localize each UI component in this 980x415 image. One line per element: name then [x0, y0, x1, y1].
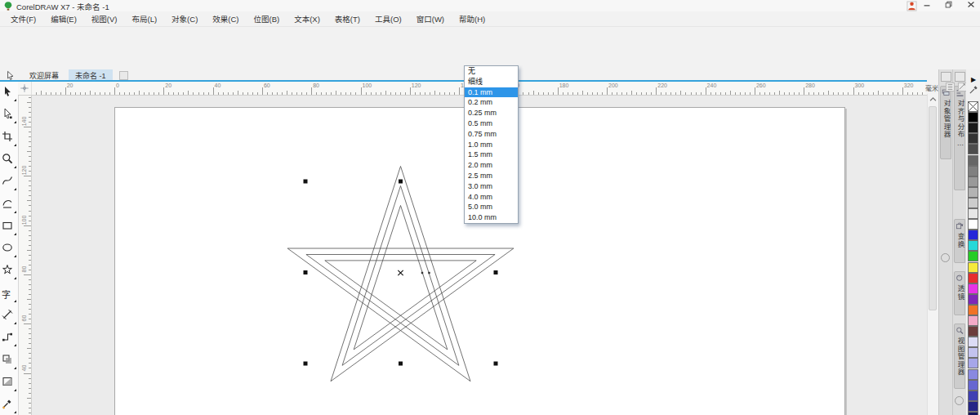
restore-button[interactable]: [943, 0, 961, 11]
outline-width-option-2[interactable]: 0.1 mm: [465, 87, 518, 98]
color-swatch[interactable]: [968, 208, 978, 219]
docker-tab-0[interactable]: 对象管理器: [940, 86, 951, 159]
color-swatch[interactable]: [968, 155, 978, 166]
color-swatch[interactable]: [968, 390, 978, 401]
ruler-origin-button[interactable]: [18, 82, 32, 96]
outline-width-option-8[interactable]: 1.5 mm: [465, 149, 518, 160]
ruler-tick: [316, 92, 317, 95]
color-swatch[interactable]: [968, 273, 978, 283]
sign-in-user-icon[interactable]: [906, 1, 917, 11]
close-button[interactable]: [965, 0, 980, 11]
zoom-tool[interactable]: [2, 153, 16, 169]
menu-item-10[interactable]: 窗口(W): [409, 11, 452, 26]
polygon-tool[interactable]: [2, 264, 16, 280]
color-swatch[interactable]: [968, 187, 978, 198]
outline-width-option-9[interactable]: 2.0 mm: [465, 160, 518, 171]
color-swatch[interactable]: [968, 315, 978, 326]
menu-item-1[interactable]: 编辑(E): [43, 11, 84, 26]
outline-width-option-3[interactable]: 0.2 mm: [465, 97, 518, 108]
color-swatch[interactable]: [968, 219, 978, 230]
color-swatch[interactable]: [968, 133, 978, 144]
color-swatch[interactable]: [968, 337, 978, 347]
vertical-ruler[interactable]: 140120100806040: [18, 95, 32, 415]
outline-width-option-0[interactable]: 无: [465, 66, 518, 77]
docker-collapse-icon[interactable]: [941, 253, 950, 262]
color-swatch[interactable]: [968, 326, 978, 337]
ruler-settings-icon[interactable]: [945, 82, 956, 92]
dimension-tool[interactable]: [2, 309, 16, 325]
color-swatch[interactable]: [968, 294, 978, 305]
outline-width-option-6[interactable]: 0.75 mm: [465, 129, 518, 140]
color-swatch[interactable]: [968, 240, 978, 251]
ruler-tick: [29, 265, 31, 266]
transparency-tool[interactable]: [2, 376, 16, 392]
menu-item-2[interactable]: 视图(V): [84, 11, 125, 26]
color-swatch[interactable]: [968, 176, 978, 187]
color-swatch[interactable]: [968, 123, 978, 133]
artistic-media-tool[interactable]: [2, 198, 16, 214]
docker-strip-top-icon[interactable]: [941, 72, 951, 82]
menu-item-3[interactable]: 布局(L): [124, 11, 164, 26]
vertical-scrollbar[interactable]: [927, 94, 938, 415]
color-eyedropper-tool[interactable]: [2, 398, 16, 414]
color-swatch[interactable]: [968, 262, 978, 273]
document-tab-1[interactable]: 未命名 -1: [69, 69, 113, 81]
color-swatch-none[interactable]: [968, 101, 978, 112]
docker-collapse-icon[interactable]: [955, 396, 964, 405]
color-swatch[interactable]: [968, 251, 978, 261]
outline-width-option-14[interactable]: 10.0 mm: [465, 212, 518, 223]
menu-item-5[interactable]: 效果(C): [205, 11, 246, 26]
crop-tool[interactable]: [2, 131, 16, 147]
menu-item-4[interactable]: 对象(C): [164, 11, 205, 26]
shape-tool[interactable]: [2, 108, 16, 124]
color-swatch[interactable]: [968, 166, 978, 176]
outline-width-option-7[interactable]: 1.0 mm: [465, 140, 518, 150]
minimize-button[interactable]: [921, 0, 939, 11]
docker-tab-0[interactable]: 对齐与分布…: [954, 86, 965, 190]
docker-strip-top-icon[interactable]: [955, 72, 965, 82]
new-page-icon[interactable]: [119, 71, 128, 80]
scroll-up-icon[interactable]: [928, 94, 938, 105]
palette-eyedropper-icon[interactable]: [969, 84, 979, 95]
docker-tab-1[interactable]: 变换: [954, 219, 965, 263]
color-swatch[interactable]: [968, 347, 978, 358]
color-swatch[interactable]: [968, 380, 978, 390]
menu-item-6[interactable]: 位图(B): [247, 11, 287, 26]
outline-width-option-5[interactable]: 0.5 mm: [465, 118, 518, 129]
freehand-tool[interactable]: [2, 175, 16, 191]
menu-item-0[interactable]: 文件(F): [3, 11, 43, 26]
outline-width-option-12[interactable]: 4.0 mm: [465, 192, 518, 203]
document-tab-0[interactable]: 欢迎屏幕: [23, 69, 65, 81]
drop-shadow-tool[interactable]: [2, 354, 16, 370]
menu-item-11[interactable]: 帮助(H): [452, 11, 492, 26]
connector-tool[interactable]: [2, 331, 16, 347]
outline-width-option-11[interactable]: 3.0 mm: [465, 181, 518, 192]
color-swatch[interactable]: [968, 412, 978, 415]
docker-tab-3[interactable]: 视图管理器: [954, 324, 965, 389]
color-swatch[interactable]: [968, 144, 978, 154]
ruler-tick: [651, 92, 652, 95]
color-swatch[interactable]: [968, 369, 978, 380]
menu-item-8[interactable]: 表格(T): [327, 11, 368, 26]
palette-flyout-icon[interactable]: ▶: [971, 76, 976, 83]
menu-item-9[interactable]: 工具(O): [368, 11, 409, 26]
text-tool[interactable]: 字: [2, 287, 16, 303]
color-swatch[interactable]: [968, 401, 978, 412]
color-swatch[interactable]: [968, 198, 978, 208]
rectangle-tool[interactable]: [2, 220, 16, 236]
color-swatch[interactable]: [968, 358, 978, 368]
ellipse-tool[interactable]: [2, 242, 16, 258]
outline-width-option-10[interactable]: 2.5 mm: [465, 171, 518, 181]
color-swatch[interactable]: [968, 305, 978, 315]
outline-width-option-13[interactable]: 5.0 mm: [465, 202, 518, 212]
color-swatch[interactable]: [968, 283, 978, 294]
pick-tool[interactable]: [2, 86, 16, 102]
outline-width-option-1[interactable]: 细线: [465, 77, 518, 87]
color-swatch[interactable]: [968, 112, 978, 123]
ruler-tick: [149, 92, 149, 95]
color-swatch[interactable]: [968, 230, 978, 240]
outline-width-option-4[interactable]: 0.25 mm: [465, 108, 518, 118]
menu-item-7[interactable]: 文本(X): [287, 11, 327, 26]
docker-tab-2[interactable]: 透镜: [954, 271, 965, 315]
scrollbar-thumb[interactable]: [929, 106, 937, 310]
